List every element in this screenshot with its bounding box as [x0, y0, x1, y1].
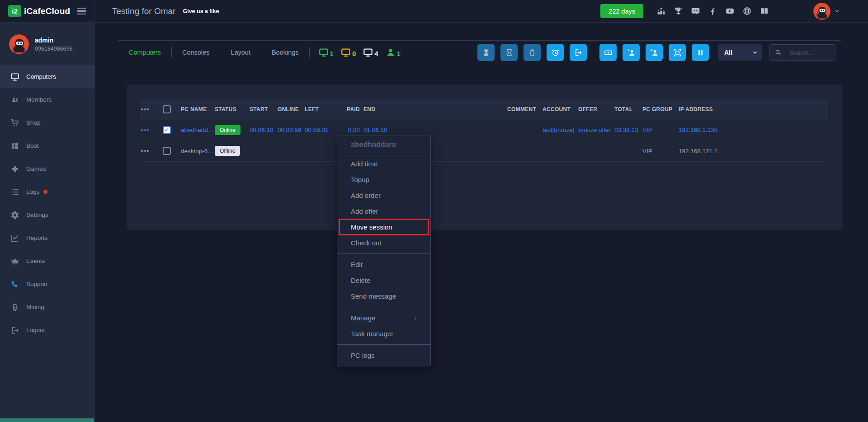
- row-checkbox[interactable]: [163, 147, 171, 155]
- user-avatar[interactable]: [813, 3, 830, 20]
- sidebar-item-logout[interactable]: Logout: [0, 319, 95, 342]
- menu-item-move-session[interactable]: Move session: [337, 219, 430, 235]
- alarm-button[interactable]: [547, 44, 564, 61]
- sidebar-nav: Computers Members Shop Boot Games Logs S…: [0, 65, 95, 342]
- add-guest-button[interactable]: [623, 44, 640, 61]
- leaderboard-icon[interactable]: [656, 6, 666, 16]
- table-row: desktop-6j3rg… Offline VIP 192.168.121.1: [140, 141, 828, 161]
- manual-icon[interactable]: [760, 6, 769, 16]
- menu-item-topup[interactable]: Topup: [337, 172, 430, 188]
- filter-select[interactable]: All: [718, 44, 762, 61]
- col-offer: OFFER: [578, 99, 614, 120]
- menu-item-manage[interactable]: Manage ›: [337, 310, 430, 326]
- cell-account: test[bronze]: [542, 120, 578, 141]
- battery-button[interactable]: [524, 44, 541, 61]
- sidebar-item-members[interactable]: Members: [0, 88, 95, 111]
- cell-start: 00:06:10: [250, 120, 278, 141]
- pc-total-icon: [363, 47, 373, 57]
- col-account: ACCOUNT: [542, 99, 578, 120]
- chevron-down-icon: [834, 8, 840, 14]
- members-icon: [10, 95, 19, 104]
- row-checkbox[interactable]: [163, 126, 171, 134]
- pc-name-link[interactable]: abedhaddara: [181, 120, 215, 141]
- sidebar-user: admin 096184986696: [0, 23, 95, 65]
- list-icon: [10, 188, 19, 197]
- days-remaining-button[interactable]: 222 days: [600, 4, 643, 18]
- header-row-menu-icon[interactable]: [140, 108, 163, 110]
- sidebar-item-reports[interactable]: Reports: [0, 226, 95, 249]
- context-menu-title: abedhaddara: [337, 136, 430, 153]
- controls-row: Computers Consoles Layout Bookings 1 0 4…: [129, 41, 835, 64]
- menu-item-task-manager[interactable]: Task manager: [337, 326, 430, 342]
- tab-computers[interactable]: Computers: [129, 49, 171, 56]
- admin-avatar: [9, 34, 29, 54]
- add-member-button[interactable]: [646, 44, 663, 61]
- screenshot-button[interactable]: [669, 44, 686, 61]
- check-out-button[interactable]: [570, 44, 587, 61]
- sidebar-item-computers[interactable]: Computers: [0, 65, 95, 88]
- menu-item-pc-logs[interactable]: PC logs: [337, 347, 430, 363]
- sidebar: admin 096184986696 Computers Members Sho…: [0, 23, 95, 422]
- col-comment: COMMENT: [507, 99, 542, 120]
- menu-item-delete[interactable]: Delete: [337, 272, 430, 288]
- chart-icon: [10, 234, 19, 243]
- tab-consoles[interactable]: Consoles: [172, 49, 220, 56]
- search-input[interactable]: [786, 49, 835, 56]
- sidebar-item-shop[interactable]: Shop: [0, 111, 95, 134]
- sidebar-item-label: Games: [26, 165, 46, 172]
- menu-item-edit[interactable]: Edit: [337, 257, 430, 272]
- col-total: TOTAL: [614, 99, 642, 120]
- col-start: START: [250, 99, 278, 120]
- tab-bookings[interactable]: Bookings: [261, 49, 309, 56]
- sidebar-item-label: Boot: [26, 142, 39, 149]
- menu-item-send-message[interactable]: Send message: [337, 288, 430, 304]
- sidebar-item-label: Support: [26, 281, 47, 287]
- cell-offer: bronze offer: [578, 120, 614, 141]
- cell-offer: [578, 141, 614, 161]
- cash-button[interactable]: [599, 44, 617, 61]
- sidebar-item-support[interactable]: Support: [0, 272, 95, 295]
- sidebar-item-logs[interactable]: Logs: [0, 180, 95, 203]
- discord-icon[interactable]: [691, 6, 700, 16]
- user-menu[interactable]: [813, 3, 840, 20]
- col-ip-address: IP ADDRESS: [679, 99, 828, 120]
- logo-glyph: i2: [12, 7, 18, 15]
- hourglass-filled-button[interactable]: [477, 44, 495, 61]
- globe-icon[interactable]: [742, 6, 752, 16]
- count-value: 4: [374, 50, 378, 57]
- sidebar-item-label: Mining: [26, 304, 44, 310]
- select-all-checkbox[interactable]: [163, 105, 171, 113]
- pause-button[interactable]: [692, 44, 709, 61]
- pc-online-count: 1: [319, 47, 334, 57]
- row-menu-icon[interactable]: [140, 150, 163, 152]
- give-us-a-like-link[interactable]: Give us a like: [183, 8, 219, 14]
- menu-item-add-offer[interactable]: Add offer: [337, 203, 430, 219]
- sidebar-item-boot[interactable]: Boot: [0, 134, 95, 157]
- facebook-icon[interactable]: [708, 6, 717, 16]
- trophy-icon[interactable]: [674, 6, 683, 16]
- horizontal-scrollbar-thumb[interactable]: [0, 418, 94, 422]
- youtube-icon[interactable]: [725, 6, 735, 16]
- sidebar-item-label: Computers: [26, 73, 56, 80]
- row-menu-icon[interactable]: [140, 129, 163, 131]
- pc-name-link[interactable]: desktop-6j3rg…: [181, 141, 215, 161]
- menu-item-add-order[interactable]: Add order: [337, 188, 430, 203]
- col-paid: PAID: [342, 99, 363, 120]
- hourglass-outline-button[interactable]: [500, 44, 518, 61]
- windows-icon: [10, 141, 19, 150]
- hamburger-menu-icon[interactable]: [77, 6, 86, 17]
- cell-pc-group: VIP: [642, 120, 679, 141]
- cafe-title: Testing for Omar: [112, 6, 175, 16]
- menu-item-label: Manage: [351, 310, 375, 326]
- sidebar-item-settings[interactable]: Settings: [0, 203, 95, 226]
- menu-item-add-time[interactable]: Add time: [337, 156, 430, 172]
- sidebar-item-games[interactable]: Games: [0, 157, 95, 180]
- pc-online-icon: [319, 47, 329, 57]
- main-content: Computers Consoles Layout Bookings 1 0 4…: [95, 23, 868, 422]
- tab-layout[interactable]: Layout: [220, 49, 261, 56]
- sidebar-item-events[interactable]: Events: [0, 249, 95, 272]
- sidebar-item-mining[interactable]: Mining: [0, 295, 95, 319]
- bitcoin-icon: [10, 303, 19, 312]
- menu-item-check-out[interactable]: Check out: [337, 235, 430, 251]
- sidebar-item-label: Members: [26, 96, 52, 103]
